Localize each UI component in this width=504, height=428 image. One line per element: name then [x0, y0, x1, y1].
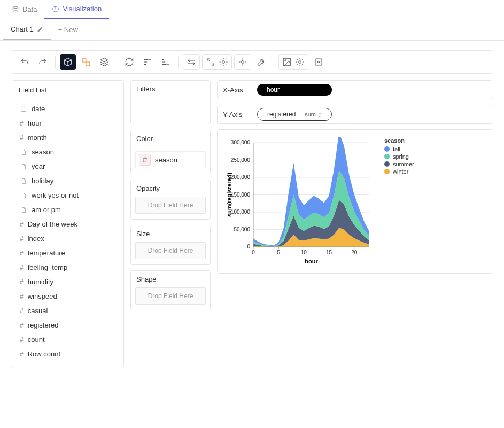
field-label: am or pm [32, 206, 61, 214]
svg-text:sum(registered): sum(registered) [226, 173, 232, 217]
axis-swap-group[interactable] [183, 54, 200, 70]
field-label: count [28, 336, 45, 344]
chart-area: 050,000100,000150,000200,000250,000300,0… [217, 129, 492, 274]
y-axis-pill[interactable]: registered sum [257, 108, 332, 121]
refresh-button[interactable] [121, 54, 137, 70]
legend-item-summer[interactable]: summer [384, 161, 414, 167]
color-chip[interactable]: season [135, 151, 206, 168]
document-icon [20, 206, 27, 214]
tab-visualization[interactable]: Visualization [44, 0, 109, 19]
svg-rect-9 [315, 59, 322, 65]
field-year[interactable]: year [17, 159, 119, 174]
chart-column: X-Axis hour Y-Axis registered sum 050,00… [217, 80, 492, 274]
chart-tab-1[interactable]: Chart 1 [3, 19, 51, 40]
hash-icon: # [20, 307, 24, 315]
field-label: Day of the week [28, 220, 77, 228]
svg-point-10 [318, 61, 320, 63]
field-count[interactable]: #count [17, 332, 119, 347]
field-registered[interactable]: #registered [17, 318, 119, 332]
image-button[interactable] [281, 54, 293, 70]
shelves-column: Filters Color season Opacity Drop Field … [130, 80, 211, 310]
field-label: Row count [28, 350, 60, 358]
layers-button[interactable] [96, 54, 112, 70]
legend-item-winter[interactable]: winter [384, 168, 414, 175]
hash-icon: # [20, 322, 24, 329]
field-winspeed[interactable]: #winspeed [17, 289, 119, 304]
trash-icon[interactable] [139, 154, 151, 166]
size-shelf[interactable]: Size Drop Field Here [130, 225, 211, 265]
image-gear-button[interactable] [294, 54, 306, 70]
field-index[interactable]: #index [17, 231, 119, 246]
sort-desc-button[interactable] [158, 54, 174, 70]
wrench-button[interactable] [253, 54, 269, 70]
field-label: registered [28, 321, 59, 329]
field-Day-of-the-week[interactable]: #Day of the week [17, 217, 119, 231]
field-casual[interactable]: #casual [17, 304, 119, 318]
field-list-title: Field List [12, 81, 123, 99]
toolbar [12, 50, 492, 74]
hash-icon: # [20, 264, 24, 271]
field-am-or-pm[interactable]: am or pm [17, 203, 119, 217]
opacity-drop[interactable]: Drop Field Here [135, 197, 206, 214]
field-label: year [32, 162, 45, 170]
hash-icon: # [20, 250, 24, 257]
field-label: humidity [28, 278, 53, 286]
legend: season fallspringsummerwinter [384, 137, 414, 266]
field-label: holiday [32, 177, 53, 185]
hash-icon: # [20, 134, 24, 142]
x-axis-row: X-Axis hour [217, 80, 492, 99]
field-hour[interactable]: #hour [17, 116, 119, 130]
tab-viz-label: Visualization [63, 5, 102, 13]
svg-point-7 [285, 60, 286, 61]
chart-tabs: Chart 1 + New [0, 19, 504, 41]
field-season[interactable]: season [17, 145, 119, 159]
field-date[interactable]: date [17, 102, 119, 116]
cube-button[interactable] [60, 54, 76, 70]
filters-shelf[interactable]: Filters [130, 80, 211, 124]
field-label: casual [28, 307, 48, 315]
zoom-group [202, 54, 232, 70]
x-axis-pill[interactable]: hour [257, 84, 332, 96]
tab-data[interactable]: Data [4, 0, 44, 19]
field-work-yes-or-not[interactable]: work yes or not [17, 188, 119, 203]
shape-drop[interactable]: Drop Field Here [135, 287, 206, 305]
y-axis-row: Y-Axis registered sum [217, 105, 492, 124]
svg-text:200,000: 200,000 [231, 174, 251, 180]
legend-label: spring [393, 153, 409, 160]
edit-icon [37, 26, 43, 33]
svg-text:0: 0 [252, 250, 255, 255]
sort-asc-button[interactable] [139, 54, 156, 70]
svg-text:300,000: 300,000 [231, 139, 251, 145]
color-shelf[interactable]: Color season [130, 130, 211, 174]
fit-button[interactable] [205, 54, 216, 70]
svg-text:15: 15 [326, 250, 332, 255]
size-drop[interactable]: Drop Field Here [135, 242, 206, 259]
field-month[interactable]: #month [17, 130, 119, 145]
field-label: feeling_temp [28, 263, 67, 271]
field-humidity[interactable]: #humidity [17, 275, 119, 289]
target-group[interactable] [234, 54, 251, 70]
legend-item-spring[interactable]: spring [384, 153, 414, 160]
field-feeling_temp[interactable]: #feeling_temp [17, 260, 119, 275]
legend-swatch [384, 154, 390, 159]
document-icon [20, 163, 27, 170]
gear-button[interactable] [218, 54, 229, 70]
field-label: month [28, 134, 47, 142]
field-temperature[interactable]: #temperature [17, 246, 119, 260]
export-button[interactable] [311, 54, 327, 70]
field-holiday[interactable]: holiday [17, 174, 119, 188]
document-icon [20, 192, 27, 199]
chart-type-button[interactable] [78, 54, 94, 70]
legend-title: season [384, 137, 414, 144]
undo-button[interactable] [17, 54, 33, 70]
legend-swatch [384, 169, 390, 174]
svg-point-4 [222, 61, 225, 64]
field-Row-count[interactable]: #Row count [17, 347, 119, 361]
field-label: date [32, 105, 45, 113]
selector-icon [317, 112, 322, 118]
shape-shelf[interactable]: Shape Drop Field Here [130, 270, 211, 310]
redo-button[interactable] [35, 54, 51, 70]
legend-item-fall[interactable]: fall [384, 146, 414, 152]
opacity-shelf[interactable]: Opacity Drop Field Here [130, 180, 211, 220]
new-chart-tab[interactable]: + New [51, 26, 86, 34]
